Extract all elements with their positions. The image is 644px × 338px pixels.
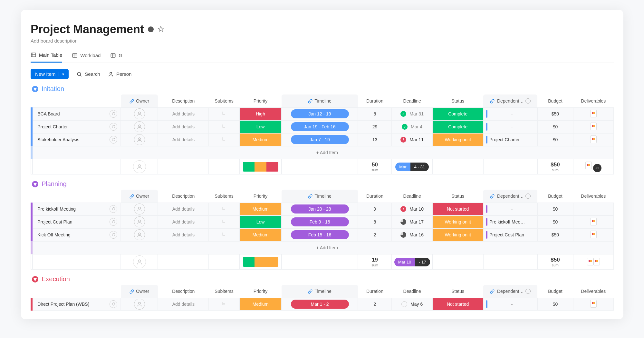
add-update-icon[interactable] <box>110 300 117 308</box>
owner-avatar[interactable] <box>134 134 145 145</box>
add-item-row[interactable]: + Add Item <box>31 241 614 254</box>
file-icon[interactable] <box>590 123 597 130</box>
priority-cell[interactable]: Medium <box>240 203 281 215</box>
owner-avatar[interactable] <box>134 204 145 214</box>
budget-cell[interactable]: $0 <box>537 203 573 215</box>
deadline-cell[interactable]: Mar 17 <box>392 219 432 225</box>
priority-cell[interactable]: Medium <box>240 134 281 146</box>
board-description[interactable]: Add board description <box>31 38 614 44</box>
person-filter-button[interactable]: Person <box>108 71 132 77</box>
subitems-icon[interactable] <box>221 125 227 130</box>
collapse-toggle-icon[interactable]: ▾ <box>32 276 38 283</box>
timeline-pill[interactable]: Feb 15 - 16 <box>291 230 349 239</box>
priority-cell[interactable]: High <box>240 108 281 120</box>
budget-cell[interactable]: $0 <box>537 215 573 228</box>
group-title[interactable]: Initation <box>42 85 64 93</box>
budget-cell[interactable]: $0 <box>537 133 573 146</box>
status-cell[interactable]: Working on it <box>433 229 483 241</box>
tab-g[interactable]: G <box>110 49 122 63</box>
collapse-toggle-icon[interactable]: ▾ <box>32 181 38 187</box>
deliverables-cell[interactable] <box>573 203 614 215</box>
timeline-pill[interactable]: Jan 20 - 28 <box>291 204 349 214</box>
description-placeholder[interactable]: Add details <box>172 232 195 237</box>
group-title[interactable]: Planning <box>42 180 67 188</box>
deadline-cell[interactable]: May 6 <box>392 301 432 307</box>
budget-cell[interactable]: $0 <box>537 120 573 133</box>
table-row[interactable]: Pre kickoff Meeting Add details Medium J… <box>31 203 614 215</box>
deliverables-cell[interactable] <box>573 133 614 146</box>
deliverables-cell[interactable] <box>573 107 614 120</box>
status-cell[interactable]: Complete <box>433 108 483 120</box>
chevron-down-icon[interactable]: ▾ <box>59 72 64 76</box>
file-icon[interactable] <box>590 231 597 238</box>
file-icon[interactable] <box>590 110 597 117</box>
budget-cell[interactable]: $0 <box>537 298 573 311</box>
table-row[interactable]: Project Cost Plan Add details Low Feb 9 … <box>31 215 614 228</box>
table-row[interactable]: Project Charter Add details Low Jan 19 -… <box>31 120 614 133</box>
deliverables-cell[interactable] <box>573 215 614 228</box>
info-icon[interactable]: i <box>525 289 531 294</box>
owner-avatar[interactable] <box>134 108 145 119</box>
dependent-cell[interactable]: Pre kickoff Mee… <box>484 218 537 226</box>
description-placeholder[interactable]: Add details <box>172 206 195 212</box>
search-button[interactable]: Search <box>76 71 100 77</box>
timeline-pill[interactable]: Jan 19 - Feb 16 <box>291 122 349 131</box>
add-update-icon[interactable] <box>110 218 117 226</box>
deadline-cell[interactable]: !Mar 11 <box>392 137 432 143</box>
file-icon[interactable] <box>590 300 597 308</box>
timeline-pill[interactable]: Mar 1 - 2 <box>291 300 349 309</box>
add-update-icon[interactable] <box>110 123 117 131</box>
deliverables-cell[interactable] <box>573 228 614 241</box>
owner-avatar[interactable] <box>134 216 145 227</box>
collapse-toggle-icon[interactable]: ▾ <box>32 86 38 92</box>
add-update-icon[interactable] <box>110 110 117 118</box>
owner-avatar[interactable] <box>134 121 145 132</box>
info-icon[interactable] <box>148 26 154 32</box>
more-badge[interactable]: +2 <box>593 164 601 172</box>
table-row[interactable]: Stakeholder Analysis Add details Medium … <box>31 133 614 146</box>
budget-cell[interactable]: $50 <box>537 228 573 241</box>
dependent-cell[interactable]: - <box>484 300 537 308</box>
add-update-icon[interactable] <box>110 136 117 144</box>
dependent-cell[interactable]: Project Charter <box>484 136 537 144</box>
deadline-cell[interactable]: Mar 16 <box>392 232 432 238</box>
dependent-cell[interactable]: Project Cost Plan <box>484 231 537 239</box>
table-row[interactable]: Direct Project Plan (WBS) Add details Me… <box>31 298 614 311</box>
status-cell[interactable]: Working on it <box>433 134 483 146</box>
description-placeholder[interactable]: Add details <box>172 111 195 116</box>
description-placeholder[interactable]: Add details <box>172 302 195 307</box>
timeline-pill[interactable]: Feb 9 - 16 <box>291 217 349 226</box>
deliverables-cell[interactable] <box>573 298 614 311</box>
table-row[interactable]: Kick Off Meeting Add details Medium Feb … <box>31 228 614 241</box>
add-update-icon[interactable] <box>110 205 117 213</box>
timeline-pill[interactable]: Jan 7 - 19 <box>291 135 349 144</box>
budget-cell[interactable]: $50 <box>537 107 573 120</box>
deadline-cell[interactable]: ✓Mar 31 <box>392 111 432 117</box>
info-icon[interactable]: i <box>525 98 531 104</box>
file-icon[interactable] <box>590 135 597 143</box>
subitems-icon[interactable] <box>221 303 227 308</box>
add-update-icon[interactable] <box>110 231 117 239</box>
deliverables-cell[interactable] <box>573 120 614 133</box>
dependent-cell[interactable]: - <box>484 123 537 131</box>
status-cell[interactable]: Complete <box>433 121 483 133</box>
favorite-star-icon[interactable] <box>158 26 164 33</box>
priority-cell[interactable]: Low <box>240 216 281 228</box>
tab-workload[interactable]: Workload <box>72 49 101 63</box>
timeline-pill[interactable]: Jan 12 - 19 <box>291 109 349 118</box>
deadline-cell[interactable]: !Mar 10 <box>392 206 432 212</box>
priority-cell[interactable]: Medium <box>240 298 281 310</box>
subitems-icon[interactable] <box>221 233 227 238</box>
subitems-icon[interactable] <box>221 112 227 117</box>
status-cell[interactable]: Working on it <box>433 216 483 228</box>
tab-main-table[interactable]: Main Table <box>31 49 62 63</box>
dependent-cell[interactable]: - <box>484 110 537 118</box>
description-placeholder[interactable]: Add details <box>172 219 195 224</box>
info-icon[interactable]: i <box>525 194 531 199</box>
deadline-cell[interactable]: ✓Mar 4 <box>392 124 432 130</box>
subitems-icon[interactable] <box>221 207 227 213</box>
owner-avatar[interactable] <box>134 229 145 240</box>
dependent-cell[interactable]: - <box>484 205 537 213</box>
description-placeholder[interactable]: Add details <box>172 137 195 142</box>
table-row[interactable]: BCA Board Add details High Jan 12 - 19 8… <box>31 107 614 120</box>
